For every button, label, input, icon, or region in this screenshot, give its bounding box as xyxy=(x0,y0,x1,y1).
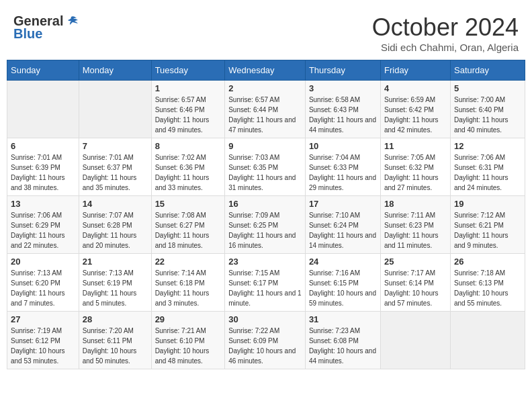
day-number: 22 xyxy=(155,257,222,267)
weekday-header-monday: Monday xyxy=(79,60,151,81)
weekday-header-tuesday: Tuesday xyxy=(151,60,225,81)
calendar-cell: 26Sunrise: 7:18 AM Sunset: 6:13 PM Dayli… xyxy=(450,254,525,312)
calendar-cell: 16Sunrise: 7:09 AM Sunset: 6:25 PM Dayli… xyxy=(225,196,306,254)
header: General Blue October 2024 Sidi ech Chahm… xyxy=(7,7,525,56)
day-number: 29 xyxy=(155,314,222,324)
day-info: Sunrise: 7:11 AM Sunset: 6:23 PM Dayligh… xyxy=(384,210,447,250)
calendar-cell: 3Sunrise: 6:58 AM Sunset: 6:43 PM Daylig… xyxy=(305,81,380,138)
day-info: Sunrise: 7:06 AM Sunset: 6:31 PM Dayligh… xyxy=(454,152,521,193)
calendar-cell: 5Sunrise: 7:00 AM Sunset: 6:40 PM Daylig… xyxy=(450,81,525,138)
calendar-cell xyxy=(450,312,525,369)
day-info: Sunrise: 7:21 AM Sunset: 6:10 PM Dayligh… xyxy=(155,326,222,366)
day-info: Sunrise: 7:12 AM Sunset: 6:21 PM Dayligh… xyxy=(454,210,521,250)
day-info: Sunrise: 7:23 AM Sunset: 6:08 PM Dayligh… xyxy=(309,326,377,366)
day-number: 23 xyxy=(228,257,302,267)
weekday-header-wednesday: Wednesday xyxy=(225,60,306,81)
day-info: Sunrise: 7:02 AM Sunset: 6:36 PM Dayligh… xyxy=(155,152,222,193)
day-info: Sunrise: 7:06 AM Sunset: 6:29 PM Dayligh… xyxy=(11,210,75,250)
calendar-cell: 21Sunrise: 7:13 AM Sunset: 6:19 PM Dayli… xyxy=(79,254,151,312)
calendar-cell: 17Sunrise: 7:10 AM Sunset: 6:24 PM Dayli… xyxy=(305,196,380,254)
week-row-1: 1Sunrise: 6:57 AM Sunset: 6:46 PM Daylig… xyxy=(7,81,525,138)
day-info: Sunrise: 7:19 AM Sunset: 6:12 PM Dayligh… xyxy=(11,326,75,366)
calendar-cell: 29Sunrise: 7:21 AM Sunset: 6:10 PM Dayli… xyxy=(151,312,225,369)
day-info: Sunrise: 7:22 AM Sunset: 6:09 PM Dayligh… xyxy=(228,326,302,366)
calendar-cell: 22Sunrise: 7:14 AM Sunset: 6:18 PM Dayli… xyxy=(151,254,225,312)
day-number: 30 xyxy=(228,314,302,324)
weekday-header-thursday: Thursday xyxy=(305,60,380,81)
day-number: 1 xyxy=(155,83,222,93)
day-info: Sunrise: 7:09 AM Sunset: 6:25 PM Dayligh… xyxy=(228,210,302,250)
day-number: 19 xyxy=(454,199,521,209)
day-number: 8 xyxy=(155,141,222,151)
day-number: 4 xyxy=(384,83,447,93)
day-info: Sunrise: 7:15 AM Sunset: 6:17 PM Dayligh… xyxy=(228,268,302,308)
day-number: 17 xyxy=(309,199,377,209)
logo-bird-icon xyxy=(64,15,79,28)
calendar-cell: 6Sunrise: 7:01 AM Sunset: 6:39 PM Daylig… xyxy=(7,138,79,196)
day-info: Sunrise: 6:59 AM Sunset: 6:42 PM Dayligh… xyxy=(384,95,447,135)
day-info: Sunrise: 7:13 AM Sunset: 6:20 PM Dayligh… xyxy=(11,268,75,308)
day-number: 16 xyxy=(228,199,302,209)
day-info: Sunrise: 7:07 AM Sunset: 6:28 PM Dayligh… xyxy=(83,210,148,250)
calendar-cell: 31Sunrise: 7:23 AM Sunset: 6:08 PM Dayli… xyxy=(305,312,380,369)
logo-blue: Blue xyxy=(13,26,42,42)
calendar-cell: 19Sunrise: 7:12 AM Sunset: 6:21 PM Dayli… xyxy=(450,196,525,254)
day-info: Sunrise: 7:05 AM Sunset: 6:32 PM Dayligh… xyxy=(384,152,447,193)
week-row-3: 13Sunrise: 7:06 AM Sunset: 6:29 PM Dayli… xyxy=(7,196,525,254)
calendar-cell: 28Sunrise: 7:20 AM Sunset: 6:11 PM Dayli… xyxy=(79,312,151,369)
day-number: 14 xyxy=(83,199,148,209)
calendar-cell: 15Sunrise: 7:08 AM Sunset: 6:27 PM Dayli… xyxy=(151,196,225,254)
calendar-cell: 10Sunrise: 7:04 AM Sunset: 6:33 PM Dayli… xyxy=(305,138,380,196)
calendar-cell: 13Sunrise: 7:06 AM Sunset: 6:29 PM Dayli… xyxy=(7,196,79,254)
day-number: 6 xyxy=(11,141,75,151)
day-info: Sunrise: 7:14 AM Sunset: 6:18 PM Dayligh… xyxy=(155,268,222,308)
week-row-2: 6Sunrise: 7:01 AM Sunset: 6:39 PM Daylig… xyxy=(7,138,525,196)
day-info: Sunrise: 7:04 AM Sunset: 6:33 PM Dayligh… xyxy=(309,152,377,193)
day-info: Sunrise: 6:57 AM Sunset: 6:46 PM Dayligh… xyxy=(155,95,222,135)
day-info: Sunrise: 6:58 AM Sunset: 6:43 PM Dayligh… xyxy=(309,95,377,135)
day-number: 9 xyxy=(228,141,302,151)
day-number: 26 xyxy=(454,257,521,267)
calendar-cell: 1Sunrise: 6:57 AM Sunset: 6:46 PM Daylig… xyxy=(151,81,225,138)
day-info: Sunrise: 7:00 AM Sunset: 6:40 PM Dayligh… xyxy=(454,95,521,135)
calendar-cell: 27Sunrise: 7:19 AM Sunset: 6:12 PM Dayli… xyxy=(7,312,79,369)
calendar-cell: 23Sunrise: 7:15 AM Sunset: 6:17 PM Dayli… xyxy=(225,254,306,312)
day-number: 21 xyxy=(83,257,148,267)
logo: General Blue xyxy=(13,13,79,42)
calendar-cell: 20Sunrise: 7:13 AM Sunset: 6:20 PM Dayli… xyxy=(7,254,79,312)
calendar-cell: 25Sunrise: 7:17 AM Sunset: 6:14 PM Dayli… xyxy=(381,254,451,312)
day-info: Sunrise: 7:16 AM Sunset: 6:15 PM Dayligh… xyxy=(309,268,377,308)
day-info: Sunrise: 7:20 AM Sunset: 6:11 PM Dayligh… xyxy=(83,326,148,366)
day-info: Sunrise: 7:17 AM Sunset: 6:14 PM Dayligh… xyxy=(384,268,447,308)
title-section: October 2024 Sidi ech Chahmi, Oran, Alge… xyxy=(372,13,519,53)
month-title: October 2024 xyxy=(372,13,519,42)
weekday-header-row: SundayMondayTuesdayWednesdayThursdayFrid… xyxy=(7,60,525,81)
day-number: 13 xyxy=(11,199,75,209)
day-number: 20 xyxy=(11,257,75,267)
day-number: 7 xyxy=(83,141,148,151)
week-row-5: 27Sunrise: 7:19 AM Sunset: 6:12 PM Dayli… xyxy=(7,312,525,369)
calendar-cell: 11Sunrise: 7:05 AM Sunset: 6:32 PM Dayli… xyxy=(381,138,451,196)
day-number: 18 xyxy=(384,199,447,209)
day-info: Sunrise: 7:01 AM Sunset: 6:37 PM Dayligh… xyxy=(83,152,148,193)
day-number: 10 xyxy=(309,141,377,151)
day-number: 11 xyxy=(384,141,447,151)
day-info: Sunrise: 7:10 AM Sunset: 6:24 PM Dayligh… xyxy=(309,210,377,250)
day-number: 28 xyxy=(83,314,148,324)
calendar-cell: 7Sunrise: 7:01 AM Sunset: 6:37 PM Daylig… xyxy=(79,138,151,196)
day-info: Sunrise: 7:08 AM Sunset: 6:27 PM Dayligh… xyxy=(155,210,222,250)
day-info: Sunrise: 7:13 AM Sunset: 6:19 PM Dayligh… xyxy=(83,268,148,308)
day-info: Sunrise: 7:18 AM Sunset: 6:13 PM Dayligh… xyxy=(454,268,521,308)
location: Sidi ech Chahmi, Oran, Algeria xyxy=(372,42,519,53)
day-number: 24 xyxy=(309,257,377,267)
day-number: 5 xyxy=(454,83,521,93)
calendar-cell: 4Sunrise: 6:59 AM Sunset: 6:42 PM Daylig… xyxy=(381,81,451,138)
calendar-cell xyxy=(79,81,151,138)
weekday-header-saturday: Saturday xyxy=(450,60,525,81)
day-info: Sunrise: 7:01 AM Sunset: 6:39 PM Dayligh… xyxy=(11,152,75,193)
calendar-cell: 8Sunrise: 7:02 AM Sunset: 6:36 PM Daylig… xyxy=(151,138,225,196)
day-number: 27 xyxy=(11,314,75,324)
day-number: 2 xyxy=(228,83,302,93)
day-number: 31 xyxy=(309,314,377,324)
calendar-cell: 2Sunrise: 6:57 AM Sunset: 6:44 PM Daylig… xyxy=(225,81,306,138)
